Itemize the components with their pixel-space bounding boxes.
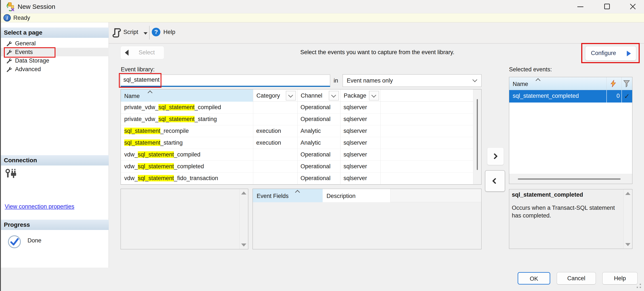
event-table-header: Name Category Channel Package [121,90,481,102]
add-event-button[interactable] [487,148,504,165]
help-button[interactable]: Help [602,272,638,284]
package-filter-button[interactable] [369,91,379,100]
sidebar: Select a page GeneralEventsData StorageA… [1,22,109,268]
panel-scrollbar[interactable] [240,189,248,249]
search-scope-dropdown[interactable]: Event names only [343,74,482,87]
progress-status: Done [28,237,42,244]
selected-event-row[interactable]: sql_statement_completed 0 ✓ [509,90,632,102]
view-connection-properties-link[interactable]: View connection properties [5,203,74,210]
progress-header: Progress [1,220,109,230]
sidebar-item-advanced[interactable]: Advanced [1,65,109,74]
category-filter-button[interactable] [286,91,296,100]
connection-header: Connection [1,155,109,166]
forward-arrow-icon [627,51,631,56]
event-row[interactable]: private_vdw_sql_statement_compiledOperat… [121,102,473,114]
event-channel-cell: Operational [300,151,330,158]
column-header-package[interactable]: Package [344,92,366,99]
script-icon [112,28,122,40]
column-header-name[interactable]: Name [121,90,253,102]
select-a-page-header: Select a page [1,28,109,38]
selected-event-count: 0 [606,93,620,99]
sidebar-item-label: General [15,39,36,48]
category-list-panel [120,189,248,249]
scrollbar-thumb[interactable] [518,178,620,180]
event-package-cell: sqlserver [344,175,367,182]
resize-grip[interactable] [640,287,641,288]
select-back-button[interactable]: Select [120,46,164,59]
connection-icon [5,168,17,180]
new-session-dialog: New Session i Ready Select a page Genera… [0,0,644,291]
filter-icon [623,80,630,89]
cancel-button[interactable]: Cancel [557,272,596,284]
event-package-cell: sqlserver [344,128,367,134]
configure-button[interactable]: Configure [585,46,636,60]
info-icon: i [4,14,11,22]
toolbar-help-button[interactable]: ? Help [151,25,188,40]
scroll-down-icon[interactable] [625,243,630,246]
back-arrow-icon [125,50,128,56]
event-row[interactable]: sql_statement_startingexecutionAnalytics… [121,137,473,149]
event-row[interactable]: vdw_sql_statement_fido_transactionOperat… [121,172,473,184]
search-highlight: sql_statement [158,104,194,110]
selected-events-hscrollbar[interactable] [509,174,632,184]
event-channel-cell: Operational [300,175,330,182]
column-header-channel[interactable]: Channel [301,92,322,99]
scroll-down-icon[interactable] [241,244,246,246]
select-back-label: Select [139,49,155,56]
sidebar-item-events[interactable]: Events [1,48,109,56]
event-row[interactable]: private_vdw_sql_statement_startingOperat… [121,114,473,125]
progress-done-icon [8,235,21,250]
event-name-cell: sql_statement_recompile [124,128,189,134]
event-package-cell: sqlserver [344,104,367,111]
event-name-cell: vdw_sql_statement_fido_transaction [124,175,218,182]
ok-button[interactable]: OK [518,272,550,284]
help-icon: ? [152,28,160,36]
event-package-cell: sqlserver [344,140,367,146]
instruction-text: Select the events you want to capture fr… [300,49,454,56]
scroll-up-icon[interactable] [241,192,246,194]
search-highlight: sql_statement [138,163,174,170]
close-button[interactable] [626,0,639,13]
description-body: Occurs when a Transact-SQL statement has… [512,204,619,220]
maximize-icon [604,4,610,9]
wrench-icon [6,66,12,75]
channel-filter-button[interactable] [329,91,339,100]
title-bar: New Session [1,0,644,13]
window-title: New Session [18,0,55,13]
event-name-cell: private_vdw_sql_statement_compiled [124,104,221,111]
minimize-icon [577,6,584,7]
event-table-scrollbar[interactable] [473,90,481,184]
description-scrollbar[interactable] [624,189,632,249]
column-header-name[interactable]: Name [513,81,528,88]
sidebar-item-general[interactable]: General [1,39,109,48]
event-row[interactable]: vdw_sql_statement_completedOperationalsq… [121,161,473,172]
script-dropdown-icon[interactable] [144,32,148,34]
event-search-input[interactable] [120,74,330,87]
remove-event-button[interactable] [485,170,505,192]
event-library-label: Event library: [121,66,155,73]
sidebar-item-label: Data Storage [15,56,49,65]
script-label: Script [124,29,138,36]
maximize-button[interactable] [600,0,614,13]
sort-ascending-icon [148,90,152,96]
scrollbar-thumb[interactable] [477,99,478,170]
configure-label: Configure [591,50,616,56]
scroll-up-icon[interactable] [625,192,630,195]
status-bar: i Ready [1,13,644,22]
sort-ascending-icon [536,78,540,83]
event-description-panel: sql_statement_completed Occurs when a Tr… [509,189,632,249]
column-header-category[interactable]: Category [256,92,280,99]
column-header-description[interactable]: Description [323,189,390,202]
event-row[interactable]: vdw_sql_statement_compiledOperationalsql… [121,149,473,161]
description-title: sql_statement_completed [512,192,583,198]
event-row[interactable]: sql_statement_recompileexecutionAnalytic… [121,125,473,137]
toolbar-help-label: Help [163,29,176,36]
minimize-button[interactable] [574,0,587,13]
event-name-cell: vdw_sql_statement_compiled [124,151,200,158]
chevron-left-icon [492,178,498,184]
script-button[interactable]: Script [111,25,150,40]
event-channel-cell: Operational [300,116,330,122]
selected-event-name: sql_statement_completed [513,93,579,99]
column-header-event-fields[interactable]: Event Fields [253,189,323,202]
sidebar-item-data-storage[interactable]: Data Storage [1,56,109,65]
